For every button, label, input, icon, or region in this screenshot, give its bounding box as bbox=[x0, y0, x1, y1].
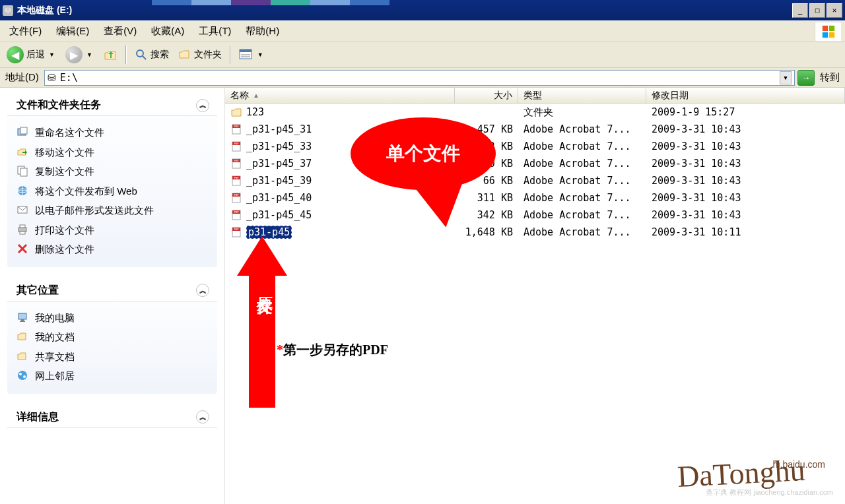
file-name: _p31-p45_37 bbox=[246, 158, 312, 170]
other-places-header[interactable]: 其它位置 ︽ bbox=[7, 280, 217, 301]
file-date: 2009-3-31 10:11 bbox=[646, 226, 845, 238]
file-row[interactable]: PDF_p31-p45_3740 KBAdobe Acrobat 7...200… bbox=[225, 155, 845, 172]
pdf-icon: PDF bbox=[230, 209, 242, 221]
file-list-view: 名称▲ 大小 类型 修改日期 123文件夹2009-1-9 15:27PDF_p… bbox=[225, 88, 845, 504]
task-move[interactable]: 移动这个文件 bbox=[14, 142, 211, 162]
task-print[interactable]: 打印这个文件 bbox=[14, 220, 211, 240]
menu-favorites[interactable]: 收藏(A) bbox=[145, 22, 192, 40]
forward-icon: ▶ bbox=[65, 46, 83, 63]
move-icon bbox=[17, 146, 28, 158]
toolbar-separator bbox=[125, 46, 127, 64]
svg-rect-22 bbox=[20, 321, 25, 322]
close-button[interactable]: ✕ bbox=[827, 3, 842, 18]
column-type[interactable]: 类型 bbox=[518, 88, 646, 103]
file-row[interactable]: PDF_p31-p45_40311 KBAdobe Acrobat 7...20… bbox=[225, 189, 845, 206]
menu-edit[interactable]: 编辑(E) bbox=[50, 22, 97, 40]
drive-icon: ⛁ bbox=[48, 72, 56, 84]
search-button[interactable]: 搜索 bbox=[131, 45, 173, 65]
svg-text:PDF: PDF bbox=[234, 176, 239, 179]
place-label: 我的电脑 bbox=[35, 311, 75, 325]
file-type: Adobe Acrobat 7... bbox=[518, 192, 646, 204]
column-size[interactable]: 大小 bbox=[455, 88, 518, 103]
tasks-panel-header[interactable]: 文件和文件夹任务 ︽ bbox=[7, 95, 217, 116]
address-bar: 地址(D) ⛁ E:\ ▼ → 转到 bbox=[0, 68, 845, 88]
task-copy[interactable]: 复制这个文件 bbox=[14, 162, 211, 181]
details-title: 详细信息 bbox=[17, 410, 59, 424]
address-field[interactable]: ⛁ E:\ ▼ bbox=[44, 70, 795, 86]
svg-rect-1 bbox=[828, 26, 834, 31]
task-publish[interactable]: 将这个文件发布到 Web bbox=[14, 181, 211, 201]
file-name: _p31-p45_45 bbox=[246, 209, 312, 221]
file-date: 2009-3-31 10:43 bbox=[646, 175, 845, 187]
svg-point-24 bbox=[19, 373, 22, 375]
other-places-title: 其它位置 bbox=[17, 284, 59, 298]
file-row[interactable]: PDFp31-p451,648 KBAdobe Acrobat 7...2009… bbox=[225, 224, 845, 241]
place-mycomputer[interactable]: 我的电脑 bbox=[14, 308, 211, 328]
file-name: _p31-p45_31 bbox=[246, 123, 312, 135]
task-rename[interactable]: 重命名这个文件 bbox=[14, 123, 211, 142]
sort-asc-icon: ▲ bbox=[253, 92, 259, 99]
file-type: Adobe Acrobat 7... bbox=[518, 226, 646, 238]
svg-point-4 bbox=[137, 50, 143, 57]
collapse-icon[interactable]: ︽ bbox=[196, 99, 209, 112]
svg-text:PDF: PDF bbox=[234, 210, 239, 214]
file-type: 文件夹 bbox=[518, 106, 646, 119]
up-folder-icon bbox=[103, 47, 118, 62]
minimize-button[interactable]: _ bbox=[792, 3, 808, 18]
svg-rect-18 bbox=[20, 225, 25, 228]
address-dropdown[interactable]: ▼ bbox=[780, 71, 792, 84]
up-button[interactable] bbox=[99, 45, 121, 65]
place-shared[interactable]: 共享文档 bbox=[14, 347, 211, 367]
mydocs-icon bbox=[17, 331, 28, 342]
chevron-down-icon[interactable]: ▼ bbox=[48, 51, 56, 58]
file-row[interactable]: PDF_p31-p45_45342 KBAdobe Acrobat 7...20… bbox=[225, 206, 845, 224]
file-row[interactable]: PDF_p31-p45_31457 KBAdobe Acrobat 7...20… bbox=[225, 121, 845, 138]
menubar: 文件(F) 编辑(E) 查看(V) 收藏(A) 工具(T) 帮助(H) bbox=[0, 20, 845, 42]
svg-text:PDF: PDF bbox=[234, 125, 239, 128]
place-label: 我的文档 bbox=[35, 331, 75, 344]
views-icon bbox=[239, 49, 254, 61]
svg-rect-20 bbox=[18, 313, 26, 319]
task-label: 打印这个文件 bbox=[35, 224, 94, 237]
collapse-icon[interactable]: ︽ bbox=[196, 410, 209, 424]
annotation-note: *第一步另存的PDF bbox=[277, 341, 388, 359]
forward-button[interactable]: ▶ ▼ bbox=[61, 45, 98, 65]
back-button[interactable]: ◀ 后退 ▼ bbox=[3, 45, 60, 65]
details-header[interactable]: 详细信息 ︽ bbox=[7, 407, 217, 428]
chevron-down-icon[interactable]: ▼ bbox=[256, 51, 265, 58]
svg-point-25 bbox=[23, 375, 26, 378]
chevron-down-icon[interactable]: ▼ bbox=[85, 51, 94, 58]
svg-rect-19 bbox=[20, 232, 25, 234]
file-row[interactable]: 123文件夹2009-1-9 15:27 bbox=[225, 104, 845, 121]
svg-text:PDF: PDF bbox=[234, 193, 239, 197]
folder-icon bbox=[230, 106, 242, 118]
svg-rect-13 bbox=[20, 168, 27, 176]
svg-rect-11 bbox=[20, 127, 27, 134]
go-button[interactable]: → bbox=[797, 70, 815, 86]
file-date: 2009-3-31 10:43 bbox=[646, 192, 845, 204]
file-type: Adobe Acrobat 7... bbox=[518, 209, 646, 221]
menu-file[interactable]: 文件(F) bbox=[3, 22, 50, 40]
file-row[interactable]: PDF_p31-p45_33722 KBAdobe Acrobat 7...20… bbox=[225, 138, 845, 155]
column-name[interactable]: 名称▲ bbox=[225, 88, 455, 103]
svg-point-23 bbox=[18, 371, 27, 380]
place-network[interactable]: 网上邻居 bbox=[14, 366, 211, 386]
menu-help[interactable]: 帮助(H) bbox=[239, 22, 287, 40]
file-name: _p31-p45_39 bbox=[246, 175, 312, 187]
folders-label: 文件夹 bbox=[194, 49, 222, 61]
place-mydocs[interactable]: 我的文档 bbox=[14, 327, 211, 347]
maximize-button[interactable]: □ bbox=[809, 3, 825, 18]
collapse-icon[interactable]: ︽ bbox=[196, 284, 209, 297]
annotation-bubble: 单个文件 bbox=[351, 117, 496, 190]
task-delete[interactable]: 删除这个文件 bbox=[14, 239, 211, 259]
back-label: 后退 bbox=[26, 49, 45, 61]
print-icon bbox=[17, 224, 28, 236]
column-date[interactable]: 修改日期 bbox=[646, 88, 845, 103]
menu-tools[interactable]: 工具(T) bbox=[192, 22, 239, 40]
folders-button[interactable]: 文件夹 bbox=[174, 45, 226, 65]
menu-view[interactable]: 查看(V) bbox=[97, 22, 145, 40]
search-label: 搜索 bbox=[151, 49, 169, 61]
file-row[interactable]: PDF_p31-p45_3966 KBAdobe Acrobat 7...200… bbox=[225, 172, 845, 189]
views-button[interactable]: ▼ bbox=[235, 45, 269, 65]
task-email[interactable]: 以电子邮件形式发送此文件 bbox=[14, 201, 211, 220]
